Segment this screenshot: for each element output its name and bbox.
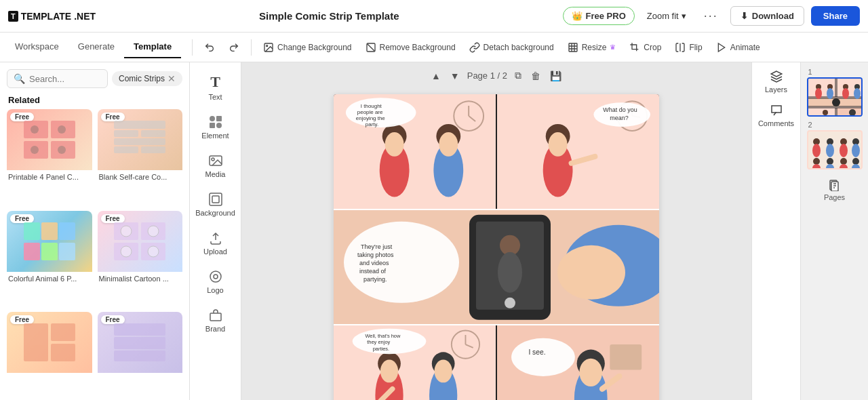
tool-media-label: Media (205, 170, 226, 178)
comic-panel-2[interactable]: What do you mean? (497, 94, 659, 209)
template-img-6: Free (98, 312, 183, 373)
svg-text:people are: people are (357, 109, 383, 115)
svg-point-106 (579, 359, 602, 386)
svg-rect-43 (210, 123, 215, 128)
canvas-nav-down[interactable]: ▼ (448, 68, 462, 83)
tool-logo[interactable]: Logo (194, 264, 237, 300)
pages-button[interactable]: Pages (824, 179, 845, 201)
layers-button[interactable]: Layers (765, 71, 787, 94)
logo-icon: T (8, 11, 18, 22)
tab-generate[interactable]: Generate (68, 36, 124, 58)
search-input[interactable] (29, 74, 101, 84)
comic-panel-5[interactable]: I see. (497, 325, 659, 400)
svg-rect-113 (808, 108, 835, 117)
template-card-6[interactable]: Free (98, 312, 183, 400)
svg-line-54 (469, 116, 475, 121)
svg-point-136 (812, 144, 821, 157)
redo-button[interactable] (222, 39, 245, 56)
tool-background[interactable]: Background (194, 186, 237, 222)
element-icon (208, 115, 223, 129)
tab-workspace[interactable]: Workspace (5, 36, 68, 58)
svg-point-32 (148, 226, 159, 237)
comic-panel-3[interactable]: They're just taking photos and videos in… (334, 210, 659, 325)
svg-text:they enjoy: they enjoy (367, 340, 390, 346)
tool-upload[interactable]: Upload (194, 225, 237, 261)
svg-point-33 (121, 246, 132, 257)
template-card-3[interactable]: Free Colorful Animal 6 P... (7, 211, 92, 307)
free-pro-button[interactable]: 👑 Free PRO (563, 7, 635, 25)
detach-background-button[interactable]: Detach background (463, 39, 560, 56)
undo-button[interactable] (198, 39, 221, 56)
template-card-5[interactable]: Free (7, 312, 92, 400)
template-name-2: Blank Self-care Co... (98, 170, 183, 184)
comic-panel-1[interactable]: I thought people are enjoying the party. (334, 94, 496, 209)
animate-button[interactable]: Animate (710, 39, 766, 56)
toolbar: Workspace Generate Template Change Backg… (0, 33, 868, 62)
free-pro-label: Free PRO (586, 11, 626, 21)
page-indicator: Page 1 / 2 (467, 71, 507, 81)
thumb-item-1[interactable]: 1 (807, 68, 863, 117)
svg-rect-19 (114, 146, 138, 153)
template-card-1[interactable]: Free Printable 4 Panel C... (7, 109, 92, 205)
share-button[interactable]: Share (811, 6, 860, 26)
svg-rect-39 (114, 337, 165, 349)
download-button[interactable]: ⬇ Download (730, 6, 804, 26)
thumb-item-2[interactable]: 2 (807, 121, 863, 169)
tool-element[interactable]: Element (194, 109, 237, 145)
svg-text:mean?: mean? (610, 115, 628, 121)
divider-1 (192, 39, 193, 56)
svg-point-50 (214, 275, 218, 279)
toolbar-tools: Change Background Remove Background Deta… (257, 39, 863, 56)
tool-text[interactable]: T Text (194, 68, 237, 106)
comic-panel-4[interactable]: Well, that's how they enjoy parties. (334, 325, 496, 400)
comic-canvas[interactable]: I thought people are enjoying the party. (334, 94, 659, 400)
more-options-button[interactable]: ··· (698, 6, 724, 26)
related-label: Related (0, 92, 189, 109)
canvas-nav-up[interactable]: ▲ (429, 68, 443, 83)
tag-remove-icon[interactable]: ✕ (167, 73, 176, 84)
search-icon: 🔍 (14, 73, 25, 84)
crop-button[interactable]: Crop (623, 39, 667, 56)
svg-point-126 (827, 88, 833, 99)
change-background-button[interactable]: Change Background (257, 39, 357, 56)
template-name-5 (7, 373, 92, 378)
remove-background-button[interactable]: Remove Background (359, 39, 462, 56)
template-name-4: Minimalist Cartoon ... (98, 272, 183, 285)
svg-text:partying.: partying. (363, 275, 387, 282)
download-icon: ⬇ (741, 11, 748, 21)
tag-badge[interactable]: Comic Strips ✕ (112, 71, 182, 86)
zoom-button[interactable]: Zoom fit ▾ (642, 8, 692, 24)
canvas-delete[interactable]: 🗑 (529, 68, 542, 83)
svg-text:I thought: I thought (361, 103, 382, 109)
comments-button[interactable]: Comments (758, 104, 794, 127)
template-img-3: Free (7, 211, 92, 272)
svg-rect-45 (210, 156, 222, 165)
animate-label: Animate (730, 43, 760, 52)
tool-media[interactable]: Media (194, 148, 237, 184)
canvas-copy[interactable]: ⧉ (513, 68, 524, 83)
svg-point-60 (439, 132, 458, 157)
template-card-4[interactable]: Free Minimalist Cartoon ... (98, 211, 183, 307)
brand-icon (208, 308, 223, 323)
flip-button[interactable]: Flip (669, 39, 708, 56)
comic-row-1: I thought people are enjoying the party. (334, 94, 659, 209)
main-layout: 🔍 Comic Strips ✕ Related Free (0, 62, 868, 400)
search-input-wrap[interactable]: 🔍 (7, 69, 108, 88)
template-card-2[interactable]: Free Blank Self-care Co... (98, 109, 183, 205)
canvas-save[interactable]: 💾 (548, 68, 564, 83)
tool-brand[interactable]: Brand (194, 302, 237, 338)
svg-point-140 (840, 144, 848, 157)
svg-rect-21 (24, 222, 40, 240)
svg-point-79 (557, 245, 625, 299)
svg-point-132 (823, 110, 828, 115)
svg-point-71 (549, 132, 568, 157)
resize-button[interactable]: Resize ♛ (561, 39, 623, 56)
crop-label: Crop (644, 43, 661, 52)
undo-redo (198, 39, 245, 56)
media-icon (208, 153, 223, 168)
download-label: Download (752, 11, 794, 21)
change-background-label: Change Background (277, 43, 351, 52)
svg-point-131 (832, 98, 840, 106)
thumb-number-1: 1 (807, 68, 863, 76)
tab-template[interactable]: Template (124, 36, 181, 58)
